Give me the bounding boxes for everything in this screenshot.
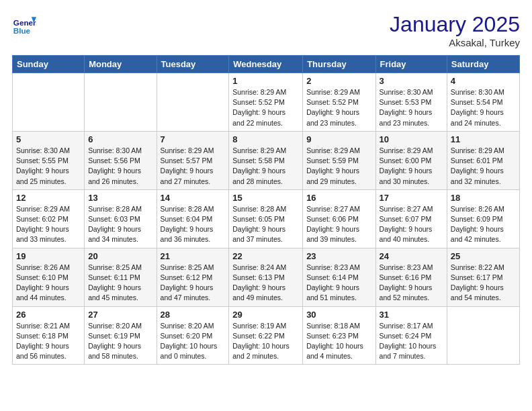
daylight-hours-label: Daylight: 9 hours (88, 167, 141, 175)
sun-info: and 22 minutes. (232, 119, 283, 127)
daylight-hours-label: Daylight: 9 hours (161, 225, 214, 233)
table-row: 29Sunrise: 8:19 AMSunset: 6:22 PMDayligh… (229, 306, 303, 365)
sun-info: Sunrise: 8:29 AM (232, 146, 286, 154)
day-info: Sunrise: 8:23 AMSunset: 6:14 PMDaylight:… (306, 263, 371, 304)
sun-info: Sunrise: 8:29 AM (306, 88, 360, 96)
day-info: Sunrise: 8:26 AMSunset: 6:10 PMDaylight:… (16, 263, 81, 304)
sun-info: Sunrise: 8:29 AM (380, 146, 433, 154)
sun-info: and 29 minutes. (306, 177, 357, 185)
sun-info: Sunrise: 8:24 AM (232, 263, 286, 271)
daylight-hours-label: Daylight: 9 hours (161, 167, 214, 175)
table-row: 13Sunrise: 8:28 AMSunset: 6:03 PMDayligh… (85, 189, 157, 248)
day-number: 10 (380, 134, 443, 144)
table-row: 14Sunrise: 8:28 AMSunset: 6:04 PMDayligh… (157, 189, 229, 248)
daylight-hours-label: Daylight: 9 hours (380, 225, 433, 233)
sun-info: Sunrise: 8:28 AM (161, 205, 214, 213)
daylight-hours-label: Daylight: 9 hours (88, 342, 141, 350)
sun-info: Sunrise: 8:29 AM (161, 146, 214, 154)
sun-info: and 45 minutes. (88, 293, 138, 302)
daylight-hours-label: Daylight: 9 hours (451, 167, 504, 175)
day-number: 2 (306, 76, 371, 86)
table-row: 28Sunrise: 8:20 AMSunset: 6:20 PMDayligh… (157, 306, 229, 365)
sun-info: and 42 minutes. (451, 235, 501, 243)
daylight-hours-label: Daylight: 10 hours (232, 342, 290, 350)
sun-info: Sunrise: 8:27 AM (306, 205, 360, 213)
sun-info: Sunset: 5:52 PM (232, 98, 285, 106)
table-row: 31Sunrise: 8:17 AMSunset: 6:24 PMDayligh… (375, 306, 447, 365)
day-info: Sunrise: 8:29 AMSunset: 5:57 PMDaylight:… (161, 146, 226, 187)
table-row: 2Sunrise: 8:29 AMSunset: 5:52 PMDaylight… (303, 73, 375, 132)
day-info: Sunrise: 8:22 AMSunset: 6:17 PMDaylight:… (451, 263, 516, 304)
sun-info: Sunset: 5:57 PM (161, 156, 213, 165)
day-number: 17 (380, 193, 443, 203)
sun-info: Sunset: 6:17 PM (451, 273, 503, 281)
col-saturday: Saturday (447, 56, 519, 73)
sun-info: Sunrise: 8:20 AM (88, 322, 142, 330)
sun-info: and 28 minutes. (232, 177, 283, 185)
day-info: Sunrise: 8:27 AMSunset: 6:07 PMDaylight:… (380, 204, 443, 245)
sun-info: Sunset: 6:09 PM (451, 215, 503, 223)
sun-info: and 4 minutes. (306, 352, 353, 360)
month-title: January 2025 (390, 12, 520, 37)
sun-info: Sunset: 5:56 PM (88, 156, 140, 165)
sun-info: and 34 minutes. (88, 235, 138, 243)
day-number: 1 (232, 76, 299, 86)
table-row: 23Sunrise: 8:23 AMSunset: 6:14 PMDayligh… (303, 248, 375, 306)
table-row: 21Sunrise: 8:25 AMSunset: 6:12 PMDayligh… (157, 248, 229, 306)
table-row: 7Sunrise: 8:29 AMSunset: 5:57 PMDaylight… (157, 131, 229, 189)
day-number: 29 (232, 310, 299, 320)
table-row: 4Sunrise: 8:30 AMSunset: 5:54 PMDaylight… (447, 73, 519, 132)
day-number: 28 (161, 310, 226, 320)
sun-info: Sunset: 6:01 PM (451, 156, 503, 165)
table-row: 16Sunrise: 8:27 AMSunset: 6:06 PMDayligh… (303, 189, 375, 248)
header: General Blue General Blue January 2025 A… (12, 12, 520, 48)
table-row: 25Sunrise: 8:22 AMSunset: 6:17 PMDayligh… (447, 248, 519, 306)
day-info: Sunrise: 8:25 AMSunset: 6:12 PMDaylight:… (161, 263, 226, 304)
sun-info: and 32 minutes. (451, 177, 501, 185)
day-info: Sunrise: 8:29 AMSunset: 6:01 PMDaylight:… (451, 146, 516, 187)
sun-info: Sunrise: 8:25 AM (88, 263, 142, 271)
table-row (13, 73, 85, 132)
sun-info: Sunset: 6:13 PM (232, 273, 285, 281)
calendar-header-row: Sunday Monday Tuesday Wednesday Thursday… (13, 56, 520, 73)
day-info: Sunrise: 8:19 AMSunset: 6:22 PMDaylight:… (232, 321, 299, 362)
table-row: 3Sunrise: 8:30 AMSunset: 5:53 PMDaylight… (375, 73, 447, 132)
day-number: 18 (451, 193, 516, 203)
logo: General Blue General Blue (12, 12, 36, 36)
day-number: 3 (380, 76, 443, 86)
day-info: Sunrise: 8:29 AMSunset: 6:00 PMDaylight:… (380, 146, 443, 187)
sun-info: Sunset: 6:23 PM (306, 332, 359, 340)
day-number: 6 (88, 134, 152, 144)
day-info: Sunrise: 8:18 AMSunset: 6:23 PMDaylight:… (306, 321, 371, 362)
sun-info: and 7 minutes. (380, 352, 426, 360)
daylight-hours-label: Daylight: 10 hours (161, 342, 218, 350)
day-number: 16 (306, 193, 371, 203)
calendar-week-row: 19Sunrise: 8:26 AMSunset: 6:10 PMDayligh… (13, 248, 520, 306)
sun-info: Sunset: 5:53 PM (380, 98, 432, 106)
day-info: Sunrise: 8:30 AMSunset: 5:55 PMDaylight:… (16, 146, 81, 187)
sun-info: Sunset: 6:14 PM (306, 273, 359, 281)
table-row: 10Sunrise: 8:29 AMSunset: 6:00 PMDayligh… (375, 131, 447, 189)
table-row: 17Sunrise: 8:27 AMSunset: 6:07 PMDayligh… (375, 189, 447, 248)
daylight-hours-label: Daylight: 9 hours (451, 225, 504, 233)
sun-info: and 47 minutes. (161, 293, 211, 302)
calendar-week-row: 26Sunrise: 8:21 AMSunset: 6:18 PMDayligh… (13, 306, 520, 365)
day-number: 24 (380, 251, 443, 261)
svg-text:Blue: Blue (13, 26, 31, 35)
daylight-hours-label: Daylight: 9 hours (451, 283, 504, 291)
table-row: 15Sunrise: 8:28 AMSunset: 6:05 PMDayligh… (229, 189, 303, 248)
day-number: 25 (451, 251, 516, 261)
day-info: Sunrise: 8:23 AMSunset: 6:16 PMDaylight:… (380, 263, 443, 304)
day-info: Sunrise: 8:25 AMSunset: 6:11 PMDaylight:… (88, 263, 152, 304)
day-number: 15 (232, 193, 299, 203)
daylight-hours-label: Daylight: 9 hours (232, 225, 285, 233)
daylight-hours-label: Daylight: 10 hours (306, 342, 363, 350)
day-number: 20 (88, 251, 152, 261)
sun-info: Sunrise: 8:23 AM (380, 263, 433, 271)
sun-info: Sunset: 5:54 PM (451, 98, 503, 106)
daylight-hours-label: Daylight: 9 hours (380, 283, 433, 291)
sun-info: Sunrise: 8:30 AM (88, 146, 142, 154)
sun-info: Sunset: 6:24 PM (380, 332, 432, 340)
table-row: 18Sunrise: 8:26 AMSunset: 6:09 PMDayligh… (447, 189, 519, 248)
day-info: Sunrise: 8:27 AMSunset: 6:06 PMDaylight:… (306, 204, 371, 245)
